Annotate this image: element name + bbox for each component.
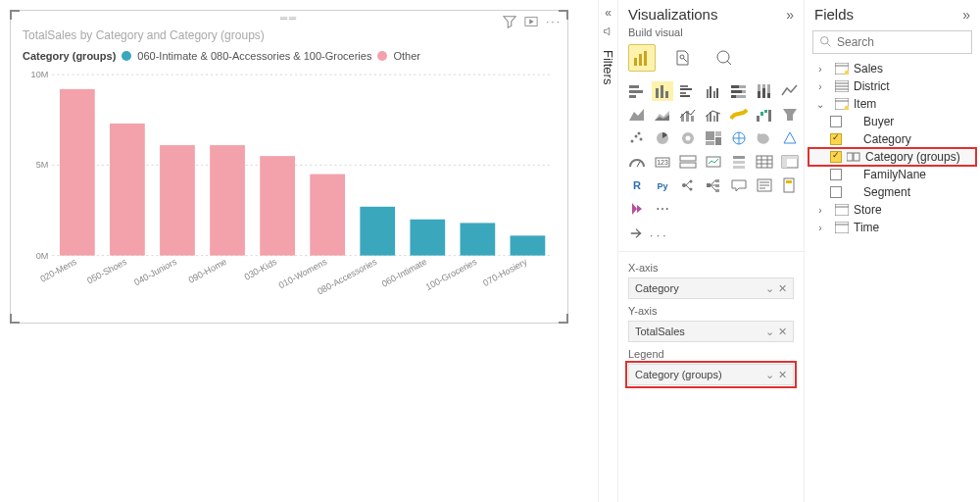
chevron-right-icon: › [810, 81, 830, 92]
chart-legend: Category (groups) 060-Intimate & 080-Acc… [23, 50, 420, 62]
svg-text:0M: 0M [36, 251, 49, 261]
field-category[interactable]: Category [808, 130, 976, 148]
svg-rect-53 [758, 91, 760, 98]
azure-map-icon[interactable] [779, 128, 801, 148]
svg-rect-11 [160, 145, 195, 256]
decomposition-icon[interactable] [703, 176, 724, 195]
more-dots-icon[interactable]: · · · [650, 228, 666, 242]
remove-icon[interactable]: ✕ [778, 326, 787, 338]
field-segment[interactable]: Segment [808, 183, 976, 201]
clustered-column-icon[interactable] [703, 81, 724, 101]
svg-line-119 [827, 43, 830, 46]
more-options-icon[interactable]: ··· [546, 15, 562, 31]
chevron-right-icon[interactable]: » [786, 7, 794, 23]
focus-mode-icon[interactable] [524, 15, 538, 31]
hundred-bar-icon[interactable] [728, 81, 750, 101]
chevron-left-icon[interactable]: « [605, 6, 612, 20]
svg-rect-37 [665, 91, 668, 98]
card-icon[interactable]: 123 [652, 152, 673, 172]
filters-pane-collapsed[interactable]: « Filters [598, 0, 617, 502]
checkbox-checked[interactable] [830, 133, 842, 145]
map-icon[interactable] [728, 128, 750, 148]
chevron-down-icon[interactable]: ⌄ [765, 282, 774, 295]
slicer-icon[interactable] [728, 152, 750, 172]
checkbox[interactable] [830, 169, 842, 180]
line-column-icon[interactable] [677, 105, 699, 125]
field-category-groups[interactable]: Category (groups) [808, 148, 976, 166]
pie-icon[interactable] [652, 128, 673, 148]
report-canvas[interactable]: ══ ··· TotalSales by Category and Catego… [0, 0, 598, 502]
paginated-icon[interactable] [779, 176, 801, 195]
table-item[interactable]: ⌄ Item [808, 95, 976, 113]
remove-icon[interactable]: ✕ [778, 282, 787, 295]
chevron-down-icon[interactable]: ⌄ [765, 326, 774, 338]
table-icon [834, 80, 850, 92]
table-icon [834, 204, 850, 216]
svg-text:090-Home: 090-Home [187, 257, 228, 285]
narrative-icon[interactable] [754, 176, 775, 195]
legend-well-label: Legend [628, 348, 794, 360]
filled-map-icon[interactable] [754, 128, 775, 148]
checkbox-checked[interactable] [830, 151, 842, 163]
xaxis-well[interactable]: Category ⌄✕ [628, 277, 794, 299]
stacked-bar-icon[interactable] [626, 81, 648, 101]
table-district[interactable]: › District [808, 77, 976, 95]
chevron-right-icon[interactable]: » [962, 7, 970, 23]
powerapps-icon[interactable] [626, 199, 648, 219]
search-input[interactable] [837, 35, 965, 49]
treemap-icon[interactable] [703, 128, 724, 148]
checkbox[interactable] [830, 186, 842, 198]
table-icon[interactable] [754, 152, 775, 172]
svg-text:100-Groceries: 100-Groceries [424, 257, 479, 293]
r-visual-icon[interactable]: R [626, 176, 648, 195]
field-familyname[interactable]: FamilyNane [808, 166, 976, 183]
speaker-icon[interactable] [603, 25, 614, 40]
filter-icon[interactable] [503, 15, 516, 31]
svg-rect-51 [731, 95, 736, 98]
svg-rect-105 [707, 183, 710, 187]
field-buyer[interactable]: Buyer [808, 113, 976, 130]
fields-search[interactable] [812, 30, 972, 54]
key-influencers-icon[interactable] [677, 176, 699, 195]
table-time[interactable]: › Time [808, 219, 976, 236]
svg-rect-33 [629, 90, 643, 93]
svg-rect-117 [786, 180, 792, 183]
format-visual-tab[interactable] [669, 44, 697, 72]
drag-handle-icon[interactable]: ══ [280, 13, 298, 24]
build-visual-tab[interactable] [628, 44, 656, 72]
gauge-icon[interactable] [626, 152, 648, 172]
svg-rect-29 [644, 51, 647, 66]
svg-point-118 [821, 36, 829, 44]
funnel-icon[interactable] [779, 105, 801, 125]
expand-icon[interactable] [628, 226, 644, 243]
table-icon [834, 63, 850, 75]
area-chart-icon[interactable] [626, 105, 648, 125]
stacked-column-icon[interactable] [652, 81, 673, 101]
get-visuals-icon[interactable]: ⋯ [652, 199, 673, 219]
matrix-icon[interactable] [779, 152, 801, 172]
multi-card-icon[interactable] [677, 152, 699, 172]
analytics-tab[interactable] [710, 44, 738, 72]
checkbox[interactable] [830, 116, 842, 127]
chevron-down-icon[interactable]: ⌄ [765, 369, 774, 381]
chart-visual[interactable]: ══ ··· TotalSales by Category and Catego… [10, 10, 568, 324]
python-visual-icon[interactable]: Py [652, 176, 673, 195]
line-clustered-icon[interactable] [703, 105, 724, 125]
kpi-icon[interactable] [703, 152, 724, 172]
yaxis-well[interactable]: TotalSales ⌄✕ [628, 321, 794, 342]
stacked-area-icon[interactable] [652, 105, 673, 125]
scatter-icon[interactable] [626, 128, 648, 148]
table-store[interactable]: › Store [808, 201, 976, 219]
donut-icon[interactable] [677, 128, 699, 148]
table-sales[interactable]: › Sales [808, 60, 976, 77]
qna-icon[interactable] [728, 176, 750, 195]
table-icon [834, 98, 850, 110]
line-chart-icon[interactable] [779, 81, 801, 101]
remove-icon[interactable]: ✕ [778, 369, 787, 381]
ribbon-chart-icon[interactable] [728, 105, 750, 125]
hundred-column-icon[interactable] [754, 81, 775, 101]
waterfall-icon[interactable] [754, 105, 775, 125]
clustered-bar-icon[interactable] [677, 81, 699, 101]
svg-rect-55 [762, 88, 765, 98]
legend-well[interactable]: Category (groups) ⌄✕ [628, 364, 794, 385]
